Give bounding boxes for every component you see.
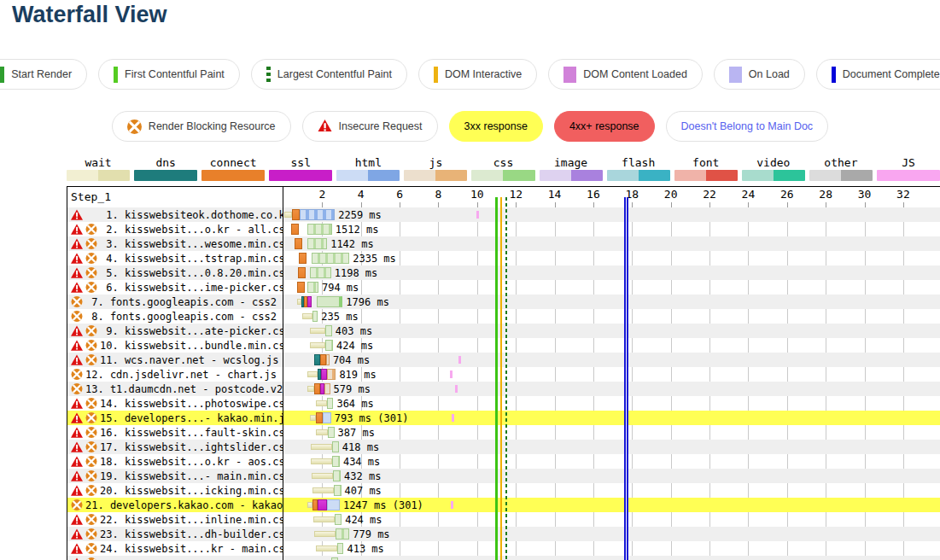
css-phase-segment[interactable] [307,224,331,235]
connect-phase-segment[interactable] [314,383,320,394]
request-url[interactable]: 4. kisswebsit...tstrap.min.css [100,253,283,265]
request-url[interactable]: 16. kisswebsit...fault-skin.css [100,427,283,439]
dns-phase-segment[interactable] [314,354,320,365]
wait-phase-segment[interactable] [316,429,329,435]
request-row-20[interactable]: 20. kisswebsit...icking.min.css407 ms [67,483,940,498]
css-phase-segment[interactable] [333,470,341,481]
ssl-phase-segment[interactable] [307,296,312,307]
html-phase-segment[interactable] [300,209,335,220]
css-phase-segment[interactable] [307,282,318,293]
wait-phase-segment[interactable] [314,531,336,537]
connect-phase-segment[interactable] [298,267,306,278]
request-url[interactable]: 7. fonts.googleapis.com - css2 [85,296,277,308]
html-phase-segment[interactable] [323,412,331,423]
request-bar-lane[interactable]: 407 ms [283,483,940,498]
css-phase-segment[interactable] [332,456,340,467]
request-bar-lane[interactable]: 1198 ms [283,265,940,280]
request-info[interactable]: 20. kisswebsit...icking.min.css [67,483,283,498]
request-row-13[interactable]: 13. t1.daumcdn.net - postcode.v2.js579 m… [67,382,940,396]
js-phase-segment[interactable] [327,369,336,380]
request-bar-lane[interactable]: 418 ms [283,440,940,454]
request-row-8[interactable]: 8. fonts.googleapis.com - css2235 ms [67,309,940,324]
request-url[interactable]: 12. cdn.jsdelivr.net - chart.js [85,369,277,381]
request-url[interactable]: 2. kisswebsit...o.kr - all.css [100,224,283,236]
wait-phase-segment[interactable] [302,313,312,319]
request-url[interactable]: 19. kisswebsit...- main.min.css [100,470,283,482]
request-row-11[interactable]: 11. wcs.naver.net - wcslog.js704 ms [67,353,940,367]
request-bar-lane[interactable]: 1512 ms [283,222,940,236]
request-bar-lane[interactable]: 403 ms [283,324,940,338]
request-bar-lane[interactable]: 1142 ms [283,236,940,251]
request-bar-lane[interactable]: 819 ms [283,367,940,382]
request-row-6[interactable]: 6. kisswebsit...ime-picker.css794 ms [67,280,940,295]
request-info[interactable]: 2. kisswebsit...o.kr - all.css [67,222,283,236]
request-info[interactable]: 9. kisswebsit...ate-picker.css [67,324,283,338]
css-phase-segment[interactable] [337,543,344,554]
wait-phase-segment[interactable] [310,342,325,348]
request-url[interactable]: 13. t1.daumcdn.net - postcode.v2.js [85,383,283,395]
request-row-19[interactable]: 19. kisswebsit...- main.min.css432 ms [67,469,940,483]
request-info[interactable]: 7. fonts.googleapis.com - css2 [67,295,283,309]
css-phase-segment[interactable] [327,398,333,409]
css-phase-segment[interactable] [334,485,341,496]
request-info[interactable]: 4. kisswebsit...tstrap.min.css [67,251,283,265]
request-row-25[interactable] [67,556,940,560]
connect-phase-segment[interactable] [297,282,305,293]
connect-phase-segment[interactable] [292,209,300,220]
request-url[interactable]: 15. developers...- kakao.min.js [100,412,283,424]
request-row-2[interactable]: 2. kisswebsit...o.kr - all.css1512 ms [67,222,940,236]
wait-phase-segment[interactable] [311,444,332,450]
wait-phase-segment[interactable] [307,386,314,392]
request-row-3[interactable]: 3. kisswebsit...wesome.min.css1142 ms [67,236,940,251]
request-row-18[interactable]: 18. kisswebsit...o.kr - aos.css434 ms [67,454,940,469]
request-url[interactable]: 3. kisswebsit...wesome.min.css [100,238,283,250]
request-row-17[interactable]: 17. kisswebsit...ightslider.css418 ms [67,440,940,454]
request-info[interactable]: 11. wcs.naver.net - wcslog.js [67,353,283,367]
request-url[interactable]: 11. wcs.naver.net - wcslog.js [100,354,279,366]
js-phase-segment[interactable] [326,354,330,365]
request-url[interactable]: 8. fonts.googleapis.com - css2 [85,311,277,323]
request-bar-lane[interactable]: 424 ms [283,338,940,353]
css-phase-segment[interactable] [317,296,343,307]
request-row-10[interactable]: 10. kisswebsit...bundle.min.css424 ms [67,338,940,353]
request-url[interactable]: 17. kisswebsit...ightslider.css [100,441,283,453]
request-info[interactable]: 14. kisswebsit...photoswipe.css [67,396,283,411]
request-url[interactable]: 10. kisswebsit...bundle.min.css [100,340,283,352]
request-row-9[interactable]: 9. kisswebsit...ate-picker.css403 ms [67,324,940,338]
request-row-4[interactable]: 4. kisswebsit...tstrap.min.css2335 ms [67,251,940,265]
request-url[interactable]: 9. kisswebsit...ate-picker.css [100,325,283,337]
request-bar-lane[interactable]: 424 ms [283,512,940,527]
request-bar-lane[interactable]: 704 ms [283,353,940,367]
request-bar-lane[interactable]: 235 ms [283,309,940,324]
request-url[interactable]: 6. kisswebsit...ime-picker.css [100,282,283,294]
request-bar-lane[interactable]: 2259 ms [283,207,940,222]
request-row-1[interactable]: 1. kisswebsiteok.dothome.co.kr - /2259 m… [67,207,940,222]
request-bar-lane[interactable]: 434 ms [283,454,940,469]
request-info[interactable]: 16. kisswebsit...fault-skin.css [67,425,283,440]
flag-pill-doesn-t-belong-to-main-doc[interactable]: Doesn't Belong to Main Doc [666,111,829,142]
request-row-21[interactable]: 21. developers.kakao.com - kakao.js1247 … [67,498,940,512]
request-info[interactable] [67,556,283,560]
css-phase-segment[interactable] [335,514,342,525]
request-bar-lane[interactable]: 2335 ms [283,251,940,265]
request-bar-lane[interactable]: 413 ms [283,541,940,556]
request-info[interactable]: 17. kisswebsit...ightslider.css [67,440,283,454]
request-info[interactable]: 3. kisswebsit...wesome.min.css [67,236,283,251]
request-info[interactable]: 22. kisswebsit...inline.min.css [67,512,283,527]
css-phase-segment[interactable] [332,441,339,452]
wait-phase-segment[interactable] [316,545,337,551]
wait-phase-segment[interactable] [312,473,333,479]
request-url[interactable]: 5. kisswebsit...0.8.20.min.css [100,267,283,279]
wait-phase-segment[interactable] [310,328,325,334]
request-bar-lane[interactable]: 779 ms [283,527,940,541]
wait-phase-segment[interactable] [313,516,335,522]
ssl-phase-segment[interactable] [318,499,327,510]
wait-phase-segment[interactable] [312,487,334,493]
connect-phase-segment[interactable] [299,253,307,264]
wait-phase-segment[interactable] [316,400,328,406]
request-bar-lane[interactable]: 794 ms [283,280,940,295]
request-row-12[interactable]: 12. cdn.jsdelivr.net - chart.js819 ms [67,367,940,382]
connect-phase-segment[interactable] [291,224,299,235]
ssl-phase-segment[interactable] [321,369,327,380]
request-url[interactable]: 21. developers.kakao.com - kakao.js [85,499,283,511]
